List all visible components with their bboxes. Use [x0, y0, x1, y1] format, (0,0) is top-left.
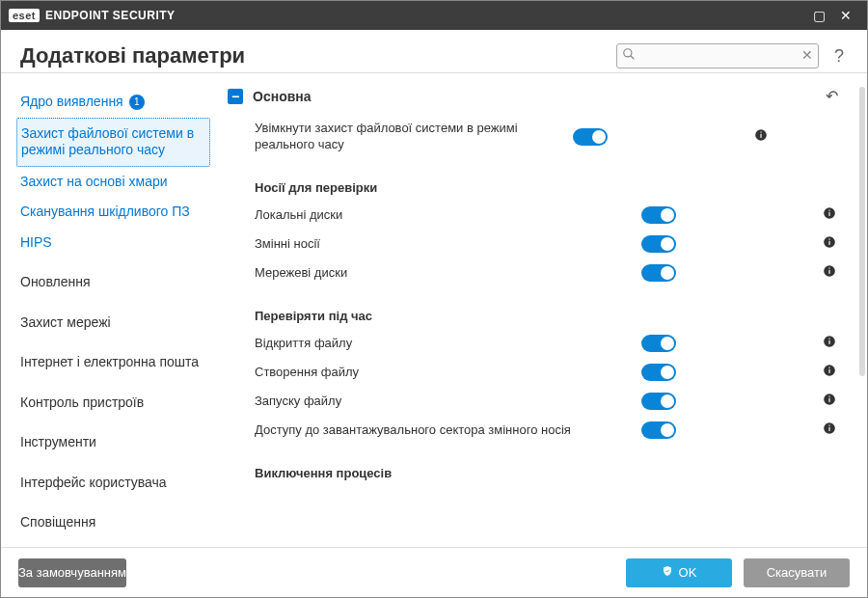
cancel-button[interactable]: Скасувати	[744, 558, 850, 587]
toggle-local-drives[interactable]	[641, 206, 676, 224]
sidebar-item-malware-scan[interactable]: Сканування шкідливого ПЗ	[16, 197, 210, 228]
sidebar-item-label: Оновлення	[20, 274, 91, 289]
sidebar-item-label: Захист мережі	[20, 314, 111, 330]
svg-rect-10	[828, 239, 829, 240]
section-title: Основна	[253, 89, 816, 104]
page-header: Додаткові параметри ✕ ?	[1, 30, 867, 73]
sidebar-item-detection-core[interactable]: Ядро виявлення 1	[16, 87, 210, 118]
svg-rect-7	[828, 210, 829, 211]
info-icon[interactable]	[821, 206, 838, 223]
svg-rect-25	[828, 425, 829, 426]
row-network-drives: Мережеві диски	[228, 258, 838, 287]
sidebar-item-label: Інструменти	[20, 434, 96, 449]
sidebar: Ядро виявлення 1 Захист файлової системи…	[1, 73, 218, 547]
sidebar-item-label: Сповіщення	[20, 514, 95, 530]
clear-search-icon[interactable]: ✕	[801, 47, 813, 63]
row-enable-realtime: Увімкнути захист файлової системи в режи…	[228, 115, 838, 159]
sidebar-item-label: Захист файлової системи в режимі реально…	[21, 125, 194, 158]
svg-rect-16	[828, 339, 829, 340]
row-file-create: Створення файлу	[228, 358, 838, 387]
setting-label: Запуску файлу	[255, 394, 641, 408]
toggle-file-open[interactable]	[641, 335, 676, 352]
setting-label: Локальні диски	[255, 207, 641, 222]
footer: За замовчуванням OK Скасувати	[1, 547, 867, 597]
search-icon	[622, 47, 636, 64]
setting-label: Змінні носії	[255, 236, 641, 251]
titlebar: eset ENDPOINT SECURITY ▢ ✕	[1, 1, 867, 30]
info-icon[interactable]	[821, 421, 838, 438]
toggle-boot-sector-access[interactable]	[641, 421, 676, 439]
svg-line-1	[631, 56, 635, 60]
sidebar-item-label: Захист на основі хмари	[20, 174, 168, 189]
toggle-network-drives[interactable]	[641, 264, 676, 282]
svg-rect-18	[828, 369, 829, 373]
sidebar-item-label: Ядро виявлення	[20, 94, 123, 111]
toggle-removable-media[interactable]	[641, 235, 676, 253]
info-icon[interactable]	[752, 128, 770, 145]
brand-text: ENDPOINT SECURITY	[45, 9, 176, 22]
page-title: Додаткові параметри	[20, 43, 245, 68]
window-close-button[interactable]: ✕	[832, 8, 859, 23]
sidebar-item-cloud-protection[interactable]: Захист на основі хмари	[16, 167, 210, 198]
svg-rect-15	[828, 340, 829, 344]
content-panel: − Основна ↶ Увімкнути захист файлової си…	[218, 73, 867, 547]
app-brand: eset ENDPOINT SECURITY	[9, 9, 176, 22]
setting-label: Відкриття файлу	[255, 336, 641, 350]
subsection-scanon: Перевіряти під час	[228, 287, 838, 329]
svg-rect-3	[760, 134, 761, 138]
sidebar-item-label: Контроль пристроїв	[20, 394, 144, 410]
row-local-drives: Локальні диски	[228, 201, 838, 230]
setting-label: Доступу до завантажувального сектора змі…	[255, 422, 641, 437]
collapse-toggle[interactable]: −	[228, 89, 243, 104]
sidebar-item-update[interactable]: Оновлення	[16, 267, 210, 298]
info-icon[interactable]	[821, 364, 838, 380]
help-button[interactable]: ?	[830, 46, 848, 67]
svg-rect-13	[828, 268, 829, 269]
sidebar-item-realtime-fs[interactable]: Захист файлової системи в режимі реально…	[16, 118, 210, 167]
ok-button[interactable]: OK	[626, 558, 732, 587]
window-maximize-button[interactable]: ▢	[805, 8, 832, 23]
info-icon[interactable]	[821, 335, 838, 351]
svg-rect-22	[828, 396, 829, 397]
subsection-media: Носії для перевірки	[228, 159, 838, 201]
sidebar-item-label: Інтерфейс користувача	[20, 475, 167, 490]
sidebar-item-ui[interactable]: Інтерфейс користувача	[16, 468, 210, 499]
brand-mark: eset	[9, 9, 40, 22]
setting-label: Мережеві диски	[255, 265, 641, 280]
svg-rect-4	[760, 132, 761, 133]
setting-label: Увімкнути захист файлової системи в режи…	[255, 121, 573, 153]
sidebar-item-device-control[interactable]: Контроль пристроїв	[16, 388, 210, 419]
toggle-file-execute[interactable]	[641, 393, 676, 410]
info-icon[interactable]	[821, 264, 838, 281]
toggle-enable-realtime[interactable]	[573, 128, 608, 146]
toggle-file-create[interactable]	[641, 364, 676, 381]
sidebar-item-web-email[interactable]: Інтернет і електронна пошта	[16, 347, 210, 378]
setting-label: Створення файлу	[255, 365, 641, 379]
svg-rect-6	[828, 212, 829, 216]
svg-rect-19	[828, 367, 829, 368]
sidebar-item-network-protection[interactable]: Захист мережі	[16, 308, 210, 339]
subsection-process-exclusions: Виключення процесів	[228, 445, 838, 486]
sidebar-item-tools[interactable]: Інструменти	[16, 427, 210, 458]
row-boot-sector-access: Доступу до завантажувального сектора змі…	[228, 416, 838, 445]
revert-icon[interactable]: ↶	[826, 87, 838, 105]
defaults-button[interactable]: За замовчуванням	[18, 558, 126, 587]
row-file-open: Відкриття файлу	[228, 329, 838, 358]
svg-rect-12	[828, 270, 829, 274]
sidebar-item-label: Інтернет і електронна пошта	[20, 354, 199, 369]
scrollbar[interactable]	[859, 87, 865, 376]
sidebar-item-notifications[interactable]: Сповіщення	[16, 507, 210, 538]
row-file-execute: Запуску файлу	[228, 387, 838, 416]
search-field-wrap: ✕	[616, 43, 819, 68]
sidebar-item-label: HIPS	[20, 234, 52, 250]
shield-check-icon	[662, 565, 673, 580]
svg-rect-21	[828, 398, 829, 402]
svg-rect-24	[828, 427, 829, 431]
info-icon[interactable]	[821, 235, 838, 252]
svg-rect-9	[828, 241, 829, 245]
ok-button-label: OK	[679, 565, 697, 580]
sidebar-item-label: Сканування шкідливого ПЗ	[20, 204, 190, 219]
search-input[interactable]	[616, 43, 819, 68]
info-icon[interactable]	[821, 393, 838, 409]
sidebar-item-hips[interactable]: HIPS	[16, 228, 210, 258]
